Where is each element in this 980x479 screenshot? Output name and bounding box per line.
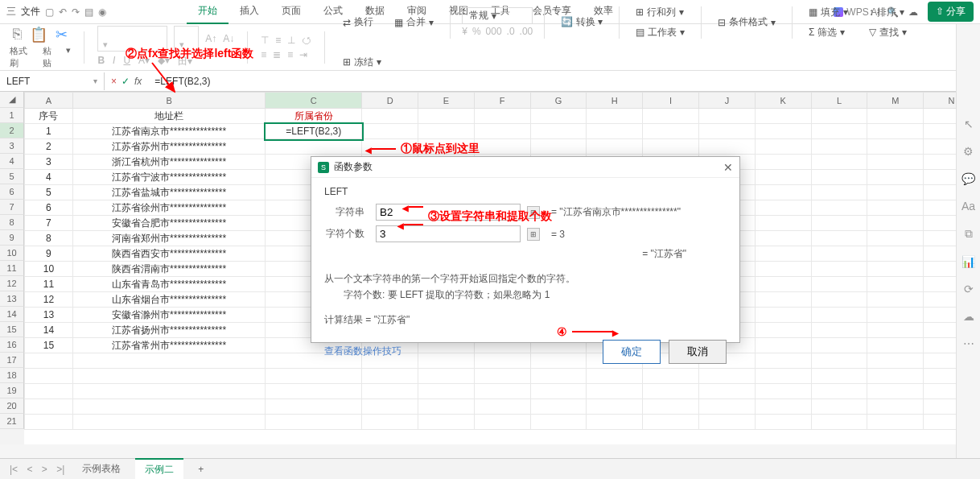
next-sheet-icon[interactable]: > bbox=[39, 464, 51, 475]
select-all-corner[interactable]: ◢ bbox=[0, 92, 24, 108]
wrap-text-button[interactable]: ⇄ 换行 bbox=[338, 13, 378, 31]
row-header-2[interactable]: 2 bbox=[0, 123, 24, 138]
fill-button[interactable]: ▦ 填充 ▾ bbox=[804, 3, 853, 22]
align-middle-icon[interactable]: ≡ bbox=[275, 35, 281, 46]
row-header-15[interactable]: 15 bbox=[0, 322, 24, 337]
row-header-1[interactable]: 1 bbox=[0, 108, 24, 123]
convert-button[interactable]: 🔄 转换 ▾ bbox=[556, 13, 607, 31]
paste-icon[interactable]: 📋 bbox=[30, 26, 47, 43]
sheet-tab-2[interactable]: 示例二 bbox=[135, 458, 183, 479]
increase-decimal-icon[interactable]: .00 bbox=[520, 26, 533, 37]
row-header-14[interactable]: 14 bbox=[0, 307, 24, 322]
decrease-font-icon[interactable]: A↓ bbox=[223, 33, 234, 44]
percent-icon[interactable]: % bbox=[472, 26, 481, 37]
col-header-k[interactable]: K bbox=[755, 93, 811, 109]
orientation-icon[interactable]: ⭯ bbox=[302, 35, 311, 46]
cell[interactable]: 所属省份 bbox=[266, 109, 362, 124]
align-top-icon[interactable]: ⊤ bbox=[261, 35, 269, 46]
cell[interactable]: 江苏省南京市*************** bbox=[72, 124, 265, 139]
format-painter-icon[interactable]: ⎘ bbox=[13, 26, 22, 43]
last-sheet-icon[interactable]: >| bbox=[53, 464, 68, 475]
comma-icon[interactable]: 000 bbox=[486, 26, 502, 37]
undo-icon[interactable]: ↶ bbox=[59, 6, 67, 18]
conditional-format-button[interactable]: ⊟条件格式 ▾ bbox=[713, 13, 780, 31]
col-header-l[interactable]: L bbox=[811, 93, 867, 109]
italic-icon[interactable]: I bbox=[113, 55, 115, 68]
filter-button[interactable]: ▽ 查找 ▾ bbox=[864, 23, 912, 42]
dialog-titlebar[interactable]: S 函数参数 ✕ bbox=[311, 157, 739, 178]
fx-icon[interactable]: fx bbox=[134, 76, 142, 87]
ok-button[interactable]: 确定 bbox=[603, 340, 661, 364]
align-bottom-icon[interactable]: ⊥ bbox=[287, 35, 295, 46]
add-sheet-button[interactable]: + bbox=[188, 460, 213, 478]
backup-icon[interactable]: ⟳ bbox=[964, 283, 974, 295]
row-header-8[interactable]: 8 bbox=[0, 215, 24, 230]
row-header-6[interactable]: 6 bbox=[0, 184, 24, 200]
row-header-11[interactable]: 11 bbox=[0, 261, 24, 276]
dialog-close-icon[interactable]: ✕ bbox=[723, 161, 733, 174]
tab-insert[interactable]: 插入 bbox=[229, 0, 270, 24]
file-menu[interactable]: 文件 bbox=[21, 5, 40, 19]
help-link[interactable]: 查看函数操作技巧 bbox=[324, 345, 401, 358]
cell[interactable]: 序号 bbox=[25, 109, 73, 124]
tab-start[interactable]: 开始 bbox=[187, 0, 229, 24]
col-header-i[interactable]: I bbox=[643, 93, 699, 109]
style-icon[interactable]: Aa bbox=[961, 200, 975, 213]
align-left-icon[interactable]: ≡ bbox=[261, 49, 266, 60]
settings-icon[interactable]: ⚙ bbox=[963, 145, 974, 158]
formula-input[interactable]: =LEFT(B2,3) bbox=[148, 72, 980, 90]
comment-icon[interactable]: 💬 bbox=[961, 172, 975, 185]
number-format-select[interactable]: 常规 ▾ bbox=[462, 7, 533, 24]
row-header-3[interactable]: 3 bbox=[0, 138, 24, 154]
row-header-19[interactable]: 19 bbox=[0, 383, 24, 398]
align-right-icon[interactable]: ≡ bbox=[287, 49, 293, 60]
decrease-decimal-icon[interactable]: .0 bbox=[507, 26, 515, 37]
chart-icon[interactable]: 📊 bbox=[961, 255, 975, 268]
increase-font-icon[interactable]: A↑ bbox=[205, 33, 216, 44]
row-header-7[interactable]: 7 bbox=[0, 200, 24, 215]
cancel-formula-icon[interactable]: × bbox=[111, 76, 117, 87]
sum-button[interactable]: Σ 筛选 ▾ bbox=[804, 23, 853, 42]
row-header-17[interactable]: 17 bbox=[0, 353, 24, 368]
col-header-h[interactable]: H bbox=[587, 93, 643, 109]
menu-icon[interactable]: 三 bbox=[6, 5, 16, 19]
print-icon[interactable]: ▤ bbox=[84, 6, 93, 18]
cloud-sync-icon[interactable]: ☁ bbox=[963, 310, 974, 323]
sheet-tab-1[interactable]: 示例表格 bbox=[72, 459, 130, 479]
row-header-10[interactable]: 10 bbox=[0, 246, 24, 261]
col-header-e[interactable]: E bbox=[418, 93, 475, 109]
editing-cell[interactable]: =LEFT(B2,3) bbox=[266, 124, 362, 139]
redo-icon[interactable]: ↷ bbox=[72, 6, 80, 18]
col-header-a[interactable]: A bbox=[25, 93, 73, 109]
row-header-18[interactable]: 18 bbox=[0, 368, 24, 383]
col-header-f[interactable]: F bbox=[474, 93, 530, 109]
col-header-j[interactable]: J bbox=[698, 93, 755, 109]
cancel-button[interactable]: 取消 bbox=[669, 340, 727, 364]
row-header-5[interactable]: 5 bbox=[0, 169, 24, 184]
row-header-21[interactable]: 21 bbox=[0, 414, 24, 429]
first-sheet-icon[interactable]: |< bbox=[6, 464, 21, 475]
row-header-13[interactable]: 13 bbox=[0, 291, 24, 307]
worksheet-button[interactable]: ▤ 工作表 ▾ bbox=[631, 23, 690, 42]
col-header-d[interactable]: D bbox=[362, 93, 418, 109]
currency-icon[interactable]: ¥ bbox=[462, 26, 467, 37]
merge-button[interactable]: ▦ 合并 ▾ bbox=[389, 13, 439, 31]
paste-dropdown-icon[interactable]: ▾ bbox=[66, 45, 71, 69]
name-box-dropdown-icon[interactable]: ▾ bbox=[93, 76, 97, 85]
col-header-g[interactable]: G bbox=[530, 93, 587, 109]
name-box[interactable]: LEFT ▾ bbox=[0, 72, 105, 90]
row-header-12[interactable]: 12 bbox=[0, 276, 24, 291]
save-icon[interactable]: ▢ bbox=[45, 6, 54, 18]
align-center-icon[interactable]: ≣ bbox=[273, 49, 281, 60]
row-header-9[interactable]: 9 bbox=[0, 230, 24, 246]
row-header-20[interactable]: 20 bbox=[0, 398, 24, 414]
cell[interactable]: 1 bbox=[25, 124, 73, 139]
layers-icon[interactable]: ⧉ bbox=[965, 227, 973, 241]
preview-icon[interactable]: ◉ bbox=[98, 6, 106, 18]
bold-icon[interactable]: B bbox=[97, 55, 105, 68]
tab-page[interactable]: 页面 bbox=[270, 0, 312, 24]
select-tool-icon[interactable]: ↖ bbox=[964, 118, 974, 130]
more-icon[interactable]: ⋯ bbox=[963, 337, 974, 350]
prev-sheet-icon[interactable]: < bbox=[23, 464, 35, 475]
row-header-16[interactable]: 16 bbox=[0, 337, 24, 353]
